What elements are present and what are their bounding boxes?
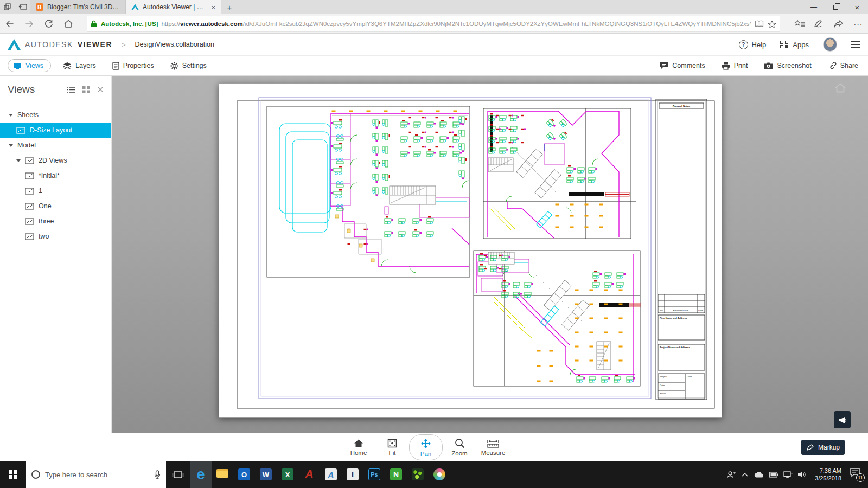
hub-favorites-icon[interactable] <box>790 20 809 28</box>
back-icon[interactable] <box>0 20 20 28</box>
measure-icon <box>487 439 500 448</box>
tree-item-initial[interactable]: *Initial* <box>0 168 111 183</box>
views-tree: Sheets D-Size Layout Model 2D Views *Ini… <box>0 107 111 244</box>
screenshot-button[interactable]: Screenshot <box>764 62 811 69</box>
system-tray: 7:36 AM 3/25/2018 11 <box>726 461 868 488</box>
refresh-icon[interactable] <box>39 19 59 29</box>
cad-stamp-redlbl <box>484 255 487 256</box>
web-note-pen-icon[interactable] <box>809 20 829 28</box>
taskbar-excel-icon[interactable]: X <box>277 461 298 488</box>
tab-preview-icon[interactable] <box>15 0 30 14</box>
measure-button[interactable]: Measure <box>476 434 510 460</box>
tree-item-two[interactable]: two <box>0 229 111 244</box>
home-icon[interactable] <box>59 19 78 28</box>
share-page-icon[interactable] <box>829 20 848 28</box>
share-button[interactable]: Share <box>828 62 858 70</box>
views-tab[interactable]: Views <box>8 59 51 72</box>
tree-item-1[interactable]: 1 <box>0 183 111 198</box>
cad-stamp-redlbl <box>499 268 504 270</box>
view-thumb-icon <box>25 233 34 240</box>
cad-stamp-orange <box>570 204 574 206</box>
cad-stamp-redlbl <box>422 117 427 119</box>
help-button[interactable]: ? Help <box>739 40 767 49</box>
home-view-button[interactable]: Home <box>342 434 375 460</box>
layers-tab[interactable]: Layers <box>63 62 96 69</box>
cad-stamp-orange <box>619 290 623 291</box>
tree-group-sheets[interactable]: Sheets <box>0 107 111 123</box>
magnifier-icon <box>455 438 465 448</box>
taskbar-clock[interactable]: 7:36 AM 3/25/2018 <box>815 467 841 483</box>
close-window-button[interactable]: × <box>846 0 868 14</box>
taskbar-onenote-icon[interactable]: N <box>385 461 407 488</box>
breadcrumb: DesignViews.collaboration <box>135 41 214 48</box>
minimize-button[interactable]: — <box>803 0 825 14</box>
user-avatar[interactable] <box>823 37 837 52</box>
tree-item-d-size-layout[interactable]: D-Size Layout <box>0 123 111 138</box>
taskbar-green-app-icon[interactable] <box>407 461 429 488</box>
onedrive-cloud-icon[interactable] <box>754 471 764 478</box>
taskbar-photoshop-icon[interactable]: Ps <box>363 461 385 488</box>
search-input[interactable] <box>45 471 149 479</box>
taskbar-civil3d-icon[interactable]: A <box>320 461 342 488</box>
list-view-icon[interactable] <box>67 86 75 93</box>
tab-autodesk-viewer[interactable]: Autodesk Viewer | Free × <box>126 0 221 14</box>
pan-button[interactable]: Pan <box>409 434 443 460</box>
cad-stamp-redlbl <box>449 146 454 148</box>
favorite-star-icon[interactable] <box>768 20 776 28</box>
link-icon <box>828 62 837 70</box>
address-bar[interactable]: Autodesk, Inc. [US] https://viewer.autod… <box>87 16 780 32</box>
gear-icon <box>170 62 178 70</box>
battery-icon[interactable] <box>769 472 778 478</box>
settings-tab[interactable]: Settings <box>170 62 207 70</box>
tree-item-three[interactable]: three <box>0 214 111 229</box>
properties-tab[interactable]: Properties <box>112 62 154 70</box>
start-button[interactable] <box>0 461 26 488</box>
taskbar-outlook-icon[interactable]: O <box>233 461 255 488</box>
volume-icon[interactable] <box>797 471 807 478</box>
viewer-canvas[interactable]: General Notes No. Revision/Issue Date Fi… <box>112 76 868 433</box>
fit-button[interactable]: Fit <box>375 434 409 460</box>
viewcube-home-icon[interactable] <box>834 82 846 93</box>
tree-group-2d-views[interactable]: 2D Views <box>0 153 111 168</box>
chevron-up-icon[interactable] <box>741 472 749 477</box>
reading-view-icon[interactable] <box>755 20 764 28</box>
announcement-button[interactable] <box>834 411 851 428</box>
taskbar-folder-icon[interactable] <box>212 461 233 488</box>
tabs-aside-icon[interactable] <box>0 0 15 14</box>
print-icon <box>722 62 730 70</box>
close-panel-icon[interactable] <box>97 86 104 93</box>
network-icon[interactable] <box>783 471 793 478</box>
task-view-icon[interactable] <box>166 461 190 488</box>
taskbar-word-icon[interactable]: W <box>255 461 277 488</box>
more-menu-icon[interactable]: ··· <box>848 20 868 28</box>
tree-group-model[interactable]: Model <box>0 138 111 153</box>
comments-button[interactable]: Comments <box>660 62 705 69</box>
apps-button[interactable]: Apps <box>780 41 809 49</box>
svg-text:Revision/Issue: Revision/Issue <box>673 309 689 312</box>
tree-item-one[interactable]: One <box>0 198 111 214</box>
print-button[interactable]: Print <box>722 62 748 70</box>
menu-icon[interactable] <box>851 41 860 48</box>
cad-stamp-orange <box>537 365 541 367</box>
autodesk-favicon <box>131 3 139 11</box>
microphone-icon[interactable] <box>154 470 161 479</box>
tab-blogger[interactable]: B Blogger: Tim's Civil 3D blog <box>30 0 126 14</box>
taskbar-paint3d-icon[interactable] <box>429 461 450 488</box>
close-tab-icon[interactable]: × <box>210 3 216 11</box>
action-center-icon[interactable]: 11 <box>850 467 864 481</box>
taskbar-search[interactable] <box>26 461 166 488</box>
taskbar-acad-icon[interactable]: A <box>298 461 320 488</box>
taskbar-i-tile-icon[interactable]: I <box>342 461 363 488</box>
taskbar-edge-icon[interactable]: e <box>190 461 212 488</box>
restore-button[interactable] <box>825 0 846 14</box>
markup-button[interactable]: Markup <box>801 440 845 455</box>
home-icon <box>353 439 364 448</box>
cad-stamp-redlbl <box>509 142 514 144</box>
people-icon[interactable] <box>726 471 736 479</box>
svg-text:Date: Date <box>687 375 692 378</box>
fit-icon <box>387 439 397 448</box>
new-tab-button[interactable]: + <box>221 0 238 14</box>
forward-icon[interactable] <box>20 20 39 28</box>
zoom-button[interactable]: Zoom <box>443 434 476 460</box>
grid-view-icon[interactable] <box>82 86 90 93</box>
